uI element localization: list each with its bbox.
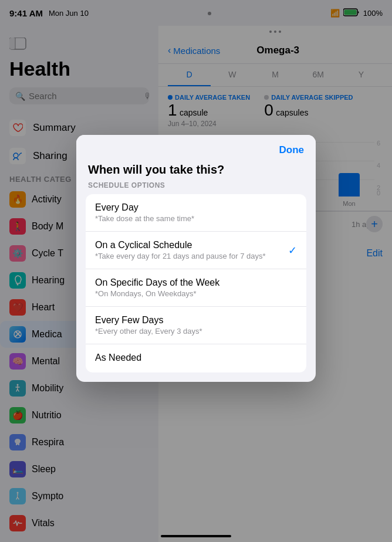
option-as-needed-content: As Needed: [95, 353, 141, 364]
modal-question: When will you take this?: [76, 156, 316, 179]
modal-done-button[interactable]: Done: [279, 144, 305, 156]
option-every-few-days-content: Every Few Days *Every other day, Every 3…: [95, 315, 202, 336]
modal-options-list: Every Day *Take dose at the same time* O…: [86, 194, 306, 372]
modal-header: Done: [76, 135, 316, 156]
option-cyclical[interactable]: On a Cyclical Schedule *Take every day f…: [86, 232, 306, 269]
option-specific-days-content: On Specific Days of the Week *On Mondays…: [95, 277, 219, 298]
option-cyclical-content: On a Cyclical Schedule *Take every day f…: [95, 240, 266, 260]
option-every-day[interactable]: Every Day *Take dose at the same time*: [86, 194, 306, 232]
option-every-few-days-subtitle: *Every other day, Every 3 days*: [95, 327, 202, 336]
option-specific-days-subtitle: *On Mondays, On Weekdays*: [95, 289, 219, 298]
modal-section-label: SCHEDULE OPTIONS: [76, 179, 316, 194]
cyclical-check-icon: ✓: [288, 244, 297, 257]
option-every-day-title: Every Day: [95, 202, 194, 213]
option-every-day-content: Every Day *Take dose at the same time*: [95, 202, 194, 223]
option-specific-days[interactable]: On Specific Days of the Week *On Mondays…: [86, 269, 306, 307]
option-every-few-days-title: Every Few Days: [95, 315, 202, 326]
schedule-modal: Done When will you take this? SCHEDULE O…: [76, 135, 316, 382]
option-every-day-subtitle: *Take dose at the same time*: [95, 214, 194, 223]
option-as-needed[interactable]: As Needed: [86, 344, 306, 372]
option-as-needed-title: As Needed: [95, 353, 141, 363]
option-cyclical-subtitle: *Take every day for 21 days and pause fo…: [95, 252, 266, 260]
option-cyclical-title: On a Cyclical Schedule: [95, 240, 266, 250]
option-every-few-days[interactable]: Every Few Days *Every other day, Every 3…: [86, 307, 306, 344]
option-specific-days-title: On Specific Days of the Week: [95, 277, 219, 288]
